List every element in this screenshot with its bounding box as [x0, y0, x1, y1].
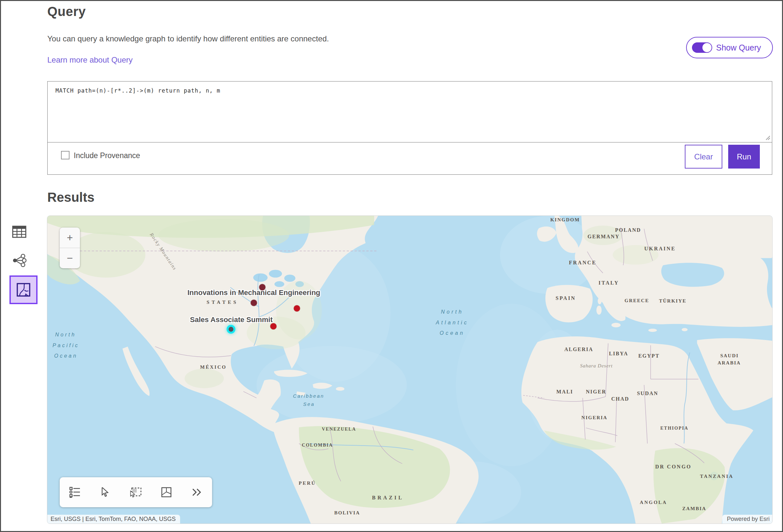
toggle-switch-icon[interactable]	[692, 42, 712, 53]
learn-more-link[interactable]: Learn more about Query	[47, 56, 132, 65]
select-polygon-icon	[161, 487, 171, 497]
legend-icon	[69, 487, 81, 498]
selected-marker[interactable]	[229, 327, 233, 332]
map-zoom-control: + −	[60, 228, 80, 268]
select-polygon-button[interactable]	[157, 483, 176, 502]
select-rectangle-button[interactable]	[126, 483, 146, 502]
query-panel: MATCH path=(n)-[r*..2]->(m) return path,…	[47, 81, 772, 175]
select-rectangle-icon	[130, 487, 142, 497]
expand-button[interactable]	[187, 483, 207, 502]
table-view-button[interactable]	[10, 223, 28, 240]
cursor-button[interactable]	[96, 483, 115, 502]
results-map[interactable]: KINGDOMPOLANDGERMANYUKRAINEFRANCEITALYSP…	[47, 216, 772, 524]
run-button[interactable]: Run	[728, 145, 760, 169]
query-input[interactable]: MATCH path=(n)-[r*..2]->(m) return path,…	[48, 81, 772, 142]
page-title: Query	[47, 4, 86, 19]
zoom-in-button[interactable]: +	[60, 228, 80, 248]
include-provenance-label: Include Provenance	[74, 151, 140, 160]
graph-view-button[interactable]	[10, 252, 28, 269]
expand-icon	[191, 488, 202, 497]
show-query-toggle[interactable]: Show Query	[686, 37, 773, 58]
map-icon	[16, 282, 31, 297]
query-page: Query You can query a knowledge graph to…	[0, 0, 783, 532]
zoom-out-button[interactable]: −	[60, 248, 80, 268]
map-view-button[interactable]	[9, 275, 37, 304]
map-toolbar	[60, 477, 212, 507]
graph-icon	[12, 254, 26, 267]
include-provenance-checkbox[interactable]	[61, 151, 69, 159]
show-query-label: Show Query	[716, 43, 761, 53]
resize-handle-icon[interactable]	[764, 134, 770, 140]
page-description: You can query a knowledge graph to ident…	[47, 34, 329, 43]
cursor-icon	[101, 487, 109, 497]
maroon-marker[interactable]	[259, 284, 265, 291]
table-icon	[12, 225, 26, 238]
clear-button[interactable]: Clear	[685, 145, 722, 169]
red-marker[interactable]	[271, 323, 277, 330]
legend-button[interactable]	[65, 483, 85, 502]
powered-by-esri: Powered by Esri	[722, 515, 772, 524]
attribution-sources: Esri, USGS | Esri, TomTom, FAO, NOAA, US…	[47, 515, 180, 524]
map-attribution: Esri, USGS | Esri, TomTom, FAO, NOAA, US…	[47, 515, 772, 524]
results-title: Results	[47, 190, 95, 205]
red-marker[interactable]	[294, 305, 300, 312]
maroon-marker[interactable]	[251, 300, 257, 306]
